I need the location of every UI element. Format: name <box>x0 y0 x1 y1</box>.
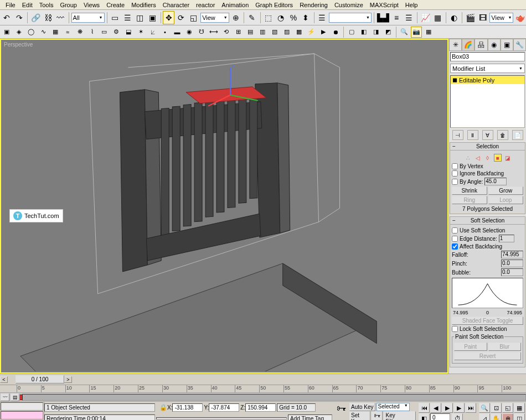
percent-snap-button[interactable]: % <box>288 11 300 24</box>
menu-views[interactable]: Views <box>80 1 103 9</box>
keymode-combo[interactable]: Selected <box>377 403 410 411</box>
tab-hierarchy[interactable]: 品 <box>475 39 487 50</box>
material-editor-button[interactable]: ◐ <box>448 11 460 24</box>
y-field[interactable]: -37.874 <box>209 403 239 412</box>
camera-icon[interactable]: 📷 <box>411 27 422 38</box>
edge-dist-checkbox[interactable] <box>452 236 458 242</box>
track-bar[interactable]: 〰 ▤ <box>0 392 526 401</box>
shrink-button[interactable]: Shrink <box>452 186 487 195</box>
menu-edit[interactable]: Edit <box>19 1 36 9</box>
render-scene-button[interactable]: 🎬 <box>465 11 476 24</box>
scale-button[interactable]: ◱ <box>188 11 200 24</box>
rope-collection-icon[interactable]: ▨ <box>281 27 292 38</box>
prev-frame-button[interactable]: ◀ <box>430 403 441 413</box>
align-button[interactable]: ≡ <box>391 11 403 24</box>
render-type-button[interactable]: 🎞 <box>477 11 489 24</box>
spinner-snap-button[interactable]: ⬍ <box>300 11 312 24</box>
show-safe-icon[interactable]: ▢ <box>346 27 357 38</box>
menu-create[interactable]: Create <box>103 1 128 9</box>
paint-button[interactable]: Paint <box>454 343 487 351</box>
menu-group[interactable]: Group <box>56 1 80 9</box>
affect-bf-checkbox[interactable] <box>452 243 458 250</box>
next-frame-button[interactable]: ▶ <box>453 403 465 413</box>
rigid-body-icon[interactable]: ▣ <box>1 27 12 38</box>
frame-next-button[interactable]: > <box>64 376 72 383</box>
zoom-button[interactable]: 🔍 <box>479 403 490 413</box>
goto-start-button[interactable]: ⏮ <box>419 403 430 413</box>
softbody-icon[interactable]: ◯ <box>25 27 37 38</box>
current-frame-field[interactable]: 0 <box>430 413 450 420</box>
zoom-all-button[interactable]: ⊡ <box>491 403 502 413</box>
arc-rotate-button[interactable]: ⊕ <box>502 413 513 420</box>
play-button[interactable]: ▶ <box>442 403 453 413</box>
create-anim-icon[interactable]: ⏺ <box>330 27 341 38</box>
water-icon[interactable]: ≈ <box>62 27 73 38</box>
plane-icon[interactable]: ▭ <box>99 27 110 38</box>
angle-snap-button[interactable]: ◔ <box>275 11 287 24</box>
autokey-button[interactable]: Auto Key <box>349 403 375 411</box>
remove-mod-button[interactable]: 🗑 <box>497 130 508 140</box>
goto-end-button[interactable]: ⏭ <box>465 403 476 413</box>
select-region-button[interactable]: ◫ <box>134 11 146 24</box>
stack-expand-icon[interactable]: ◼ <box>452 76 457 84</box>
subobj-edge-icon[interactable]: ◁ <box>474 154 482 162</box>
spring-icon[interactable]: ⌇ <box>86 27 97 38</box>
edge-dist-spinner[interactable]: 1 <box>499 235 514 242</box>
revert-button[interactable]: Revert <box>454 352 521 360</box>
modifier-list-combo[interactable]: Modifier List <box>450 64 525 73</box>
shaded-toggle-button[interactable]: Shaded Face Toggle <box>452 317 523 325</box>
time-tag-button[interactable]: Add Time Tag <box>288 414 332 421</box>
setkey-button[interactable]: Set Key <box>349 411 370 420</box>
utility-icon[interactable]: 🔍 <box>399 27 410 38</box>
ragdoll-icon[interactable]: ☋ <box>196 27 207 38</box>
pin-stack-button[interactable]: ⊣ <box>452 130 463 140</box>
undo-button[interactable]: ↶ <box>1 11 13 24</box>
subobj-element-icon[interactable]: ◪ <box>504 154 512 162</box>
menu-help[interactable]: Help <box>402 1 421 9</box>
z-field[interactable]: 150.994 <box>245 403 276 412</box>
menu-maxscript[interactable]: MAXScript <box>367 1 402 9</box>
script-input[interactable] <box>1 411 43 419</box>
option3-icon[interactable]: ◩ <box>383 27 394 38</box>
pan-button[interactable]: ✋ <box>491 413 502 420</box>
dm-collection-icon[interactable]: ▩ <box>293 27 305 38</box>
option2-icon[interactable]: ◨ <box>370 27 381 38</box>
by-angle-spinner[interactable]: 45.0 <box>484 178 507 185</box>
named-selection-button[interactable]: ☰ <box>317 11 328 24</box>
named-selection-combo[interactable] <box>329 13 372 23</box>
select-button[interactable]: ▭ <box>109 11 121 24</box>
manipulate-button[interactable]: ✎ <box>246 11 258 24</box>
time-config-button[interactable]: ⏱ <box>452 413 463 420</box>
grow-button[interactable]: Grow <box>488 186 524 195</box>
stack-item-editable-poly[interactable]: ◼ Editable Poly <box>451 76 524 84</box>
snap-button[interactable]: ⬚ <box>263 11 275 24</box>
deforming-mesh-icon[interactable]: ▦ <box>50 27 61 38</box>
move-button[interactable]: ✥ <box>163 11 174 24</box>
prismatic-icon[interactable]: ▬ <box>172 27 183 38</box>
ignore-backfacing-checkbox[interactable] <box>452 170 458 177</box>
menu-grapheditors[interactable]: Graph Editors <box>252 1 296 9</box>
falloff-spinner[interactable]: 74.995 <box>501 251 523 258</box>
frame-indicator[interactable]: 0 / 100 <box>16 375 64 383</box>
rotate-button[interactable]: ⟳ <box>176 11 187 24</box>
tab-create[interactable]: ✳ <box>449 39 462 50</box>
preview-icon[interactable]: ▶ <box>318 27 329 38</box>
tab-modify[interactable]: 🌈 <box>462 39 475 50</box>
schematic-view-button[interactable]: ▦ <box>432 11 444 24</box>
curve-editor-button[interactable]: 📈 <box>420 11 431 24</box>
trackbar-curve-icon[interactable]: 〰 <box>1 393 9 401</box>
constraint-solver-icon[interactable]: ⊞ <box>233 27 244 38</box>
angular-dashpot-icon[interactable]: ⟲ <box>220 27 231 38</box>
by-vertex-checkbox[interactable] <box>452 163 458 169</box>
zoom-extents-button[interactable]: ◱ <box>502 403 513 413</box>
bubble-spinner[interactable]: 0.0 <box>501 268 523 276</box>
mirror-button[interactable]: ▙▟ <box>377 11 390 24</box>
subobj-vertex-icon[interactable]: ∴ <box>464 154 472 162</box>
viewport-perspective[interactable]: Perspective <box>0 39 448 374</box>
tab-motion[interactable]: ◉ <box>488 39 501 50</box>
analyze-icon[interactable]: ⚡ <box>306 27 317 38</box>
rb-collection-icon[interactable]: ▤ <box>245 27 256 38</box>
x-field[interactable]: -31.138 <box>172 403 203 412</box>
menu-file[interactable]: File <box>2 1 19 9</box>
fracture-icon[interactable]: ✶ <box>135 27 146 38</box>
